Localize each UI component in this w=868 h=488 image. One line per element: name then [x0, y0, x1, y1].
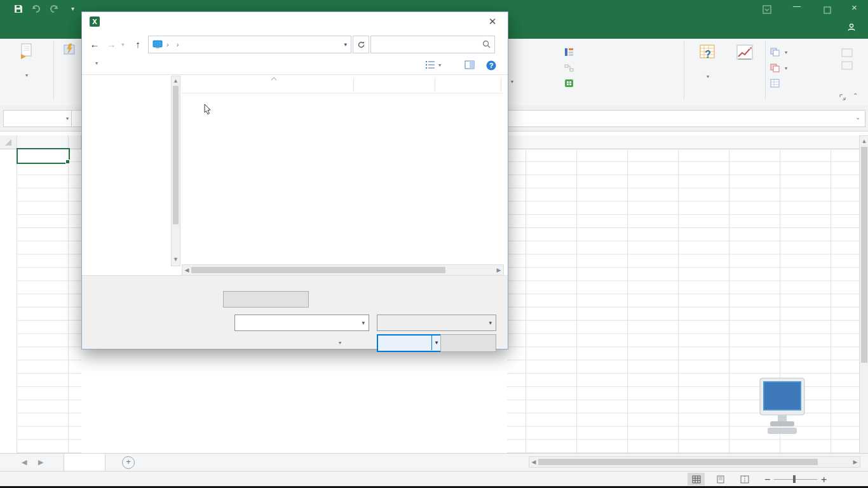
- person-icon: [847, 23, 856, 32]
- recent-locations-icon[interactable]: ▾: [121, 41, 125, 48]
- tools-dropdown-button[interactable]: ▾: [306, 335, 369, 350]
- sidebar-scroll-down[interactable]: ▼: [172, 255, 180, 264]
- dialog-toolbar: ▾ ▾ ?: [82, 57, 508, 75]
- dialog-launcher-icon[interactable]: [839, 93, 846, 101]
- forecast-sheet-button[interactable]: [728, 44, 761, 64]
- hscroll-thumb[interactable]: [538, 459, 818, 465]
- new-query-button[interactable]: [57, 43, 83, 71]
- scroll-left-arrow[interactable]: ◀: [529, 459, 538, 465]
- ungroup-icon: [770, 64, 780, 72]
- sheet-nav-right-icon[interactable]: ▶: [38, 458, 43, 466]
- help-button[interactable]: ?: [486, 60, 496, 71]
- up-button[interactable]: ↑: [130, 36, 146, 51]
- sheet-nav-left-icon[interactable]: ◀: [22, 458, 27, 466]
- breadcrumb[interactable]: › › ▾: [148, 36, 351, 53]
- list-scroll-thumb[interactable]: [191, 267, 445, 273]
- ribbon-display-options-icon[interactable]: [761, 4, 773, 15]
- vscroll-thumb[interactable]: [861, 147, 867, 363]
- page-layout-view-button[interactable]: [712, 473, 729, 485]
- forward-button[interactable]: →: [104, 36, 119, 51]
- column-headers-right: [507, 135, 859, 149]
- normal-view-button[interactable]: [688, 473, 705, 485]
- list-view-icon: [425, 60, 435, 69]
- new-sheet-button[interactable]: +: [122, 456, 135, 469]
- selected-cell-a1[interactable]: [17, 148, 70, 164]
- forecast-sheet-icon: [736, 44, 754, 62]
- undo-icon[interactable]: [31, 3, 42, 15]
- restore-button[interactable]: [822, 4, 833, 16]
- zoom-in-button[interactable]: +: [821, 474, 827, 485]
- sheet-tab-hoja1[interactable]: [64, 454, 105, 472]
- filename-combobox[interactable]: ▾: [234, 315, 369, 331]
- select-all-corner[interactable]: [0, 135, 17, 149]
- scroll-right-arrow[interactable]: ▶: [851, 459, 860, 465]
- list-scroll-left[interactable]: ◀: [182, 267, 191, 273]
- search-box[interactable]: [370, 36, 495, 53]
- dialog-title-bar[interactable]: X ✕: [82, 12, 508, 31]
- close-button[interactable]: ×: [851, 2, 857, 13]
- scroll-up-arrow[interactable]: ▲: [860, 136, 868, 146]
- open-dropdown-arrow[interactable]: ▾: [431, 335, 441, 350]
- sort-ascending-icon: [271, 77, 277, 81]
- preview-pane-button[interactable]: [465, 60, 475, 69]
- new-source-button[interactable]: [223, 291, 309, 308]
- ungroup-button[interactable]: ▾: [770, 64, 787, 72]
- name-box[interactable]: ▾: [3, 110, 73, 127]
- horizontal-scrollbar[interactable]: ◀ ▶: [529, 456, 860, 468]
- cells-right[interactable]: [507, 149, 859, 453]
- subtotal-icon: [770, 79, 780, 88]
- status-bar: − +: [0, 471, 868, 487]
- preview-pane-icon: [465, 60, 475, 69]
- filetype-dropdown[interactable]: ▾: [377, 315, 496, 331]
- dialog-sidebar: [82, 74, 179, 275]
- get-external-data-button[interactable]: ▾: [3, 43, 51, 79]
- group-button[interactable]: ▾: [770, 48, 787, 57]
- search-icon[interactable]: [482, 40, 491, 48]
- sidebar-scrollbar[interactable]: ▲ ▼: [171, 76, 180, 266]
- search-input[interactable]: [375, 37, 482, 52]
- sidebar-scroll-up[interactable]: ▲: [172, 76, 180, 85]
- vertical-scrollbar[interactable]: ▲: [859, 135, 868, 454]
- dialog-close-button[interactable]: ✕: [485, 15, 500, 29]
- share-button[interactable]: [847, 23, 859, 32]
- relationships-button[interactable]: [564, 64, 576, 72]
- get-external-data-icon: [18, 43, 35, 60]
- excel-window: ▾ — × ▾ ▾: [0, 0, 868, 488]
- cells-left[interactable]: [17, 149, 81, 453]
- mouse-cursor: [203, 104, 212, 116]
- cancel-button[interactable]: [440, 334, 496, 352]
- data-validation-button-cut[interactable]: ▾: [508, 79, 513, 85]
- breadcrumb-dropdown-icon[interactable]: ▾: [344, 41, 347, 48]
- what-if-analysis-button[interactable]: ? ▾: [689, 44, 727, 81]
- save-icon[interactable]: [13, 3, 24, 15]
- consolidate-button[interactable]: [564, 48, 576, 57]
- relationships-icon: [564, 64, 574, 72]
- excel-app-icon: X: [90, 17, 100, 27]
- help-icon: ?: [486, 60, 496, 71]
- collapse-ribbon-icon[interactable]: ⌃: [853, 92, 858, 99]
- column-header-a[interactable]: [17, 135, 69, 149]
- file-list-hscrollbar[interactable]: ◀ ▶: [182, 264, 504, 276]
- consolidate-icon: [564, 48, 574, 57]
- open-split-button[interactable]: ▾: [377, 334, 443, 352]
- page-break-view-button[interactable]: [736, 473, 753, 485]
- redo-icon[interactable]: [48, 3, 60, 15]
- zoom-out-button[interactable]: −: [764, 474, 770, 485]
- filename-input[interactable]: [238, 316, 362, 330]
- file-list-header: [182, 77, 503, 93]
- expand-formula-bar-icon[interactable]: ⌄: [855, 114, 860, 121]
- refresh-button[interactable]: [353, 36, 369, 53]
- zoom-slider-track[interactable]: [774, 479, 817, 480]
- zoom-slider-thumb[interactable]: [793, 475, 796, 483]
- qat-customize-icon[interactable]: ▾: [71, 5, 74, 12]
- view-mode-button[interactable]: ▾: [425, 60, 441, 69]
- back-button[interactable]: ←: [87, 36, 102, 51]
- list-scroll-right[interactable]: ▶: [494, 267, 503, 273]
- fill-handle[interactable]: [65, 159, 70, 164]
- minimize-button[interactable]: —: [793, 2, 801, 11]
- svg-text:?: ?: [705, 49, 711, 60]
- organize-button[interactable]: ▾: [92, 60, 98, 66]
- subtotal-button[interactable]: [770, 79, 782, 88]
- manage-data-model-button[interactable]: [564, 79, 576, 88]
- sidebar-scroll-thumb[interactable]: [173, 86, 179, 224]
